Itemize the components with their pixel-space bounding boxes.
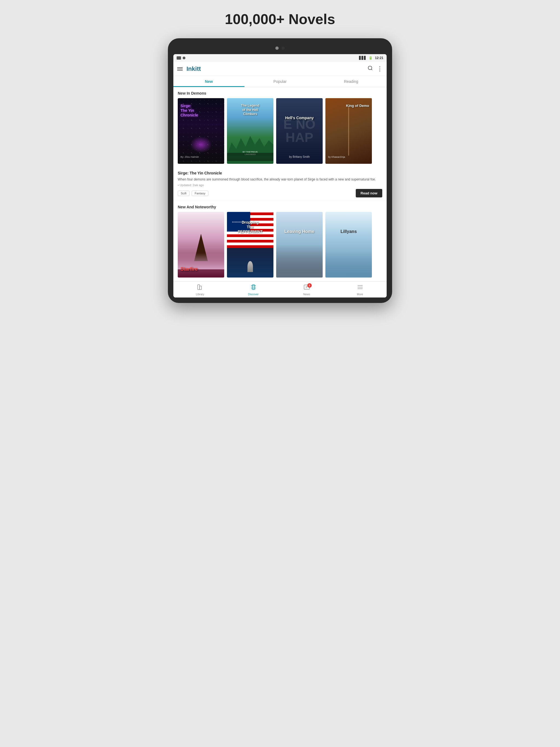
- dropping-bullet: [248, 261, 253, 272]
- tag-fantasy[interactable]: Fantasy: [192, 190, 208, 196]
- app-bar: Inkitt ⋮: [173, 62, 387, 76]
- news-icon: 3: [304, 284, 310, 292]
- status-right-icons: ▋▋▋ 🔋 12:21: [359, 56, 383, 60]
- page-indicator: [173, 47, 387, 50]
- library-icon: [197, 284, 203, 292]
- svg-rect-2: [198, 285, 200, 289]
- tablet-screen: ▋▋▋ 🔋 12:21 Inkitt ⋮ New Pop: [173, 54, 387, 298]
- svg-rect-4: [252, 285, 255, 289]
- hero-title: 100,000+ Novels: [225, 11, 335, 27]
- app-bar-actions: ⋮: [367, 66, 383, 73]
- read-now-button[interactable]: Read now: [356, 189, 382, 198]
- hells-bg-text: E NOHAP: [283, 118, 315, 144]
- book-card-sirge[interactable]: Sirge:The YinChronicle By: Zilou Halmiin: [178, 98, 224, 164]
- book-card-starfire[interactable]: Starfire: [178, 212, 224, 278]
- section-title-demons: New In Demons: [173, 87, 387, 98]
- book-title-dropping: DroppingThePEPPERMINT: [227, 220, 274, 234]
- tag-scifi[interactable]: Scifi: [178, 190, 189, 196]
- nav-item-discover[interactable]: Discover: [227, 284, 280, 296]
- book-card-legend[interactable]: The Legendof the HellClimbers BY THETREV…: [227, 98, 274, 164]
- books-row-noteworthy: Starfire ★★★★★★★★★★ DroppingThePEPPERMIN…: [173, 212, 387, 281]
- book-title-sirge: Sirge:The YinChronicle: [180, 104, 222, 117]
- status-left-icons: [177, 56, 185, 60]
- book-card-hells[interactable]: E NOHAP Hell's Company by Brittany Smith: [276, 98, 323, 164]
- nav-label-more: More: [357, 293, 363, 296]
- selected-book-meta: • Updated: 2wk ago: [178, 183, 382, 187]
- book-card-dropping[interactable]: ★★★★★★★★★★ DroppingThePEPPERMINT: [227, 212, 274, 278]
- book-title-lillyans: Lillyans: [328, 229, 370, 234]
- bottom-navigation: Library Discover 3 News: [173, 281, 387, 298]
- book-info-panel: Sirge: The Yin Chronicle When four demon…: [173, 168, 387, 201]
- tab-reading[interactable]: Reading: [315, 76, 387, 87]
- app-logo: Inkitt: [186, 66, 367, 73]
- svg-point-0: [368, 66, 372, 70]
- status-icon-2: [183, 57, 185, 59]
- book-title-legend: The Legendof the HellClimbers: [230, 104, 271, 117]
- status-icon-1: [177, 56, 181, 60]
- svg-rect-3: [200, 286, 202, 289]
- book-title-leaving: Leaving Home: [279, 229, 321, 234]
- nav-item-more[interactable]: More: [333, 284, 387, 296]
- nav-item-library[interactable]: Library: [173, 284, 227, 296]
- selected-book-description: When four demons are summoned through bl…: [178, 177, 382, 182]
- section-title-noteworthy: New And Noteworthy: [173, 201, 387, 212]
- dot-1: [275, 47, 279, 50]
- news-badge: 3: [307, 283, 312, 288]
- book-title-king: King of Demo: [346, 104, 370, 108]
- menu-button[interactable]: [177, 67, 183, 71]
- book-footer-legend: [227, 153, 274, 161]
- book-title-hells: Hell's Company: [279, 115, 321, 120]
- more-button[interactable]: ⋮: [377, 66, 383, 73]
- books-row-demons: Sirge:The YinChronicle By: Zilou Halmiin…: [173, 98, 387, 168]
- king-sword: [348, 106, 349, 156]
- book-info-footer: Scifi Fantasy Read now: [178, 189, 382, 198]
- book-author-hells: by Brittany Smith: [279, 155, 320, 158]
- book-tags: Scifi Fantasy: [178, 190, 208, 196]
- more-icon: [357, 284, 363, 292]
- tab-popular[interactable]: Popular: [245, 76, 315, 87]
- lillyans-water: [325, 251, 372, 278]
- tablet-device: ▋▋▋ 🔋 12:21 Inkitt ⋮ New Pop: [168, 38, 392, 303]
- book-author-sirge: By: Zilou Halmiin: [180, 156, 199, 158]
- tab-new[interactable]: New: [173, 76, 245, 87]
- selected-book-title: Sirge: The Yin Chronicle: [178, 171, 382, 175]
- content-area: New In Demons Sirge:The YinChronicle By:…: [173, 87, 387, 281]
- book-card-leaving[interactable]: Leaving Home: [276, 212, 323, 278]
- tabs-bar: New Popular Reading: [173, 76, 387, 87]
- signal-icon: ▋▋▋: [359, 56, 366, 60]
- search-button[interactable]: [367, 66, 373, 72]
- book-card-lillyans[interactable]: Lillyans: [325, 212, 372, 278]
- dot-2: [281, 47, 285, 50]
- discover-icon: [250, 284, 257, 292]
- nav-label-discover: Discover: [248, 293, 259, 296]
- status-bar: ▋▋▋ 🔋 12:21: [173, 54, 387, 62]
- battery-icon: 🔋: [368, 56, 373, 60]
- nav-label-news: News: [303, 293, 310, 296]
- nav-label-library: Library: [196, 293, 204, 296]
- svg-line-1: [371, 69, 373, 70]
- nav-item-news[interactable]: 3 News: [280, 284, 333, 296]
- book-card-king[interactable]: King of Demo by KhawarZinja: [325, 98, 372, 164]
- leaving-ground: [276, 245, 323, 278]
- book-author-king: by KhawarZinja: [328, 156, 345, 158]
- status-time: 12:21: [375, 56, 383, 60]
- book-title-starfire: Starfire: [180, 266, 198, 272]
